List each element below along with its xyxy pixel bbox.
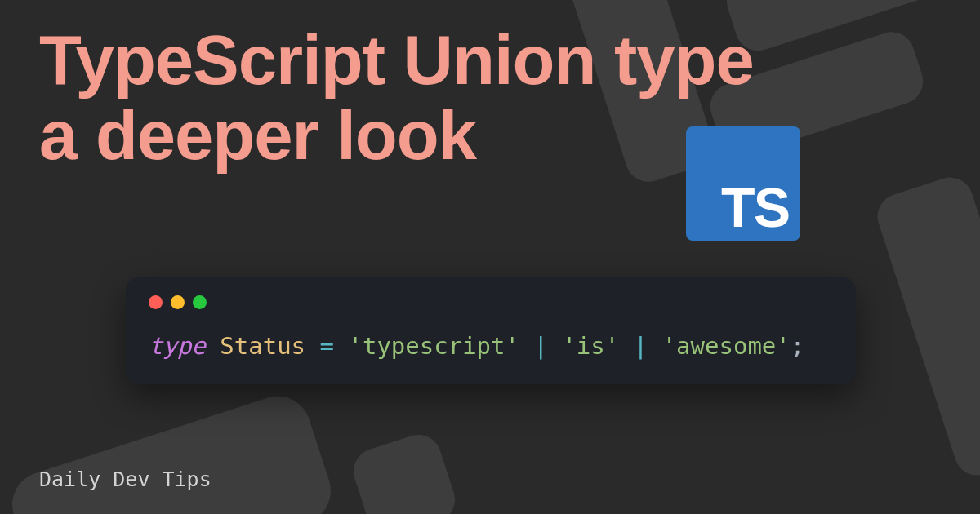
decorative-shape bbox=[871, 171, 980, 481]
close-dot-icon bbox=[149, 295, 163, 309]
code-equals: = bbox=[320, 332, 334, 360]
title-line-1: TypeScript Union type bbox=[39, 21, 754, 99]
decorative-shape bbox=[4, 388, 340, 514]
window-controls bbox=[149, 295, 833, 309]
title-line-2: a deeper look bbox=[39, 96, 476, 174]
decorative-shape bbox=[348, 429, 461, 514]
code-type-name: Status bbox=[220, 332, 305, 360]
code-string: 'is' bbox=[562, 332, 619, 360]
code-semicolon: ; bbox=[791, 332, 804, 360]
minimize-dot-icon bbox=[171, 295, 185, 309]
footer-brand: Daily Dev Tips bbox=[39, 467, 212, 491]
typescript-logo-text: TS bbox=[721, 175, 789, 239]
code-string: 'typescript' bbox=[348, 332, 519, 360]
code-pipe: | bbox=[533, 332, 547, 360]
typescript-logo-icon: TS bbox=[686, 126, 800, 241]
maximize-dot-icon bbox=[193, 295, 207, 309]
code-keyword: type bbox=[149, 332, 206, 360]
code-window: type Status = 'typescript' | 'is' | 'awe… bbox=[126, 277, 856, 384]
code-string: 'awesome' bbox=[662, 332, 791, 360]
page-title: TypeScript Union type a deeper look bbox=[39, 23, 754, 173]
code-pipe: | bbox=[634, 332, 648, 360]
code-snippet: type Status = 'typescript' | 'is' | 'awe… bbox=[149, 332, 833, 360]
